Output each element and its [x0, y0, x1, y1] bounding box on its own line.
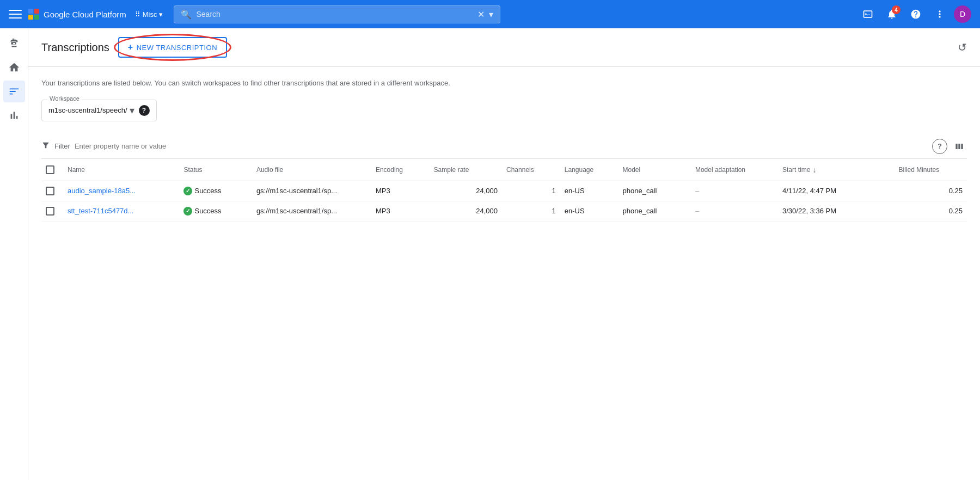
row-starttime-cell: 4/11/22, 4:47 PM	[778, 181, 894, 201]
th-sample-rate: Sample rate	[430, 159, 502, 181]
cloud-shell-button[interactable]	[858, 4, 878, 24]
th-status: Status	[179, 159, 252, 181]
app-logo: Google Cloud Platform	[28, 9, 126, 20]
select-all-checkbox[interactable]	[46, 165, 54, 174]
notifications-badge: 4	[892, 5, 901, 14]
workspace-selector[interactable]: m1sc-uscentral1/speech/ ▾	[48, 104, 134, 116]
page-title: Transcriptions	[41, 41, 109, 54]
row-sample-cell: 24,000	[430, 201, 502, 221]
th-audio-label: Audio file	[256, 166, 283, 174]
th-language: Language	[560, 159, 618, 181]
adaptation-dash: –	[695, 207, 699, 215]
row-status-cell: Success	[179, 201, 252, 221]
th-start-time[interactable]: Start time ↓	[778, 159, 894, 181]
row-name-link[interactable]: audio_sample-18a5...	[68, 187, 136, 195]
search-input[interactable]: speech	[196, 10, 473, 19]
th-encoding-label: Encoding	[376, 166, 403, 174]
sidebar-item-transcriptions[interactable]	[3, 81, 25, 102]
more-options-button[interactable]	[930, 4, 950, 24]
th-model: Model	[618, 159, 691, 181]
plus-icon: +	[128, 42, 133, 52]
th-channels: Channels	[502, 159, 560, 181]
filter-actions: ?	[932, 139, 967, 154]
transcriptions-table: Name Status Audio file Encoding Sample r…	[41, 159, 967, 221]
project-dropdown-icon: ▾	[159, 10, 163, 19]
row-starttime-cell: 3/30/22, 3:36 PM	[778, 201, 894, 221]
help-button[interactable]	[906, 4, 926, 24]
table-row: stt_test-711c5477d... Success gs://m1sc-…	[41, 201, 967, 221]
row-checkbox[interactable]	[46, 187, 54, 195]
search-expand-icon[interactable]: ▾	[489, 9, 493, 20]
workspace-dropdown-icon[interactable]: ▾	[130, 104, 134, 116]
sidebar-item-analytics[interactable]	[3, 104, 25, 126]
row-status-cell: Success	[179, 181, 252, 201]
search-clear-icon[interactable]: ✕	[477, 9, 485, 20]
project-selector[interactable]: ⠿ Misc ▾	[135, 10, 163, 19]
logo-icon	[28, 9, 39, 20]
filter-icon	[41, 141, 50, 152]
sidebar	[0, 28, 28, 480]
status-label: Success	[194, 207, 221, 215]
th-model-label: Model	[623, 166, 641, 174]
row-audio-cell: gs://m1sc-uscentral1/sp...	[252, 201, 371, 221]
search-bar[interactable]: 🔍 speech ✕ ▾	[174, 5, 500, 23]
row-encoding-cell: MP3	[371, 201, 430, 221]
new-transcription-button[interactable]: + NEW TRANSCRIPTION	[118, 37, 227, 58]
th-billed-label: Billed Minutes	[899, 166, 940, 174]
notifications-button[interactable]: 4	[882, 4, 902, 24]
new-transcription-label: NEW TRANSCRIPTION	[137, 44, 217, 52]
page-content: Your transcriptions are listed below. Yo…	[28, 67, 980, 232]
row-adaptation-cell: –	[691, 181, 778, 201]
status-label: Success	[194, 187, 221, 195]
columns-toggle-button[interactable]	[952, 139, 967, 154]
row-checkbox-cell[interactable]	[41, 181, 63, 201]
row-name-cell: stt_test-711c5477d...	[63, 201, 179, 221]
hamburger-menu[interactable]	[9, 8, 22, 21]
th-sort-start-time[interactable]: Start time ↓	[782, 165, 890, 174]
th-name: Name	[63, 159, 179, 181]
page-header: Transcriptions + NEW TRANSCRIPTION ↺	[28, 28, 980, 67]
table-row: audio_sample-18a5... Success gs://m1sc-u…	[41, 181, 967, 201]
adaptation-dash: –	[695, 187, 699, 195]
filter-label: Filter	[54, 142, 70, 150]
workspace-value: m1sc-uscentral1/speech/	[48, 106, 127, 114]
status-success-icon	[183, 187, 192, 195]
row-model-cell: phone_call	[618, 181, 691, 201]
filter-input[interactable]	[75, 142, 928, 150]
row-sample-cell: 24,000	[430, 181, 502, 201]
refresh-icon[interactable]: ↺	[958, 41, 967, 53]
user-avatar[interactable]: D	[954, 5, 971, 23]
row-checkbox-cell[interactable]	[41, 201, 63, 221]
th-encoding: Encoding	[371, 159, 430, 181]
main-content: Transcriptions + NEW TRANSCRIPTION ↺ You…	[28, 28, 980, 480]
nav-right-actions: 4 D	[858, 4, 971, 24]
app-title: Google Cloud Platform	[44, 10, 126, 19]
row-language-cell: en-US	[560, 201, 618, 221]
row-billed-cell: 0.25	[895, 181, 967, 201]
th-starttime-label: Start time	[782, 166, 810, 174]
filter-help-button[interactable]: ?	[932, 139, 947, 154]
row-channels-cell: 1	[502, 201, 560, 221]
row-encoding-cell: MP3	[371, 181, 430, 201]
workspace-help-button[interactable]: ?	[139, 105, 150, 116]
row-checkbox[interactable]	[46, 207, 54, 216]
th-audio-file: Audio file	[252, 159, 371, 181]
status-success-icon	[183, 207, 192, 216]
th-select-all[interactable]	[41, 159, 63, 181]
th-sample-label: Sample rate	[434, 166, 469, 174]
row-language-cell: en-US	[560, 181, 618, 201]
th-language-label: Language	[565, 166, 593, 174]
row-billed-cell: 0.25	[895, 201, 967, 221]
sidebar-item-audio[interactable]	[3, 33, 25, 54]
filter-bar: Filter ?	[41, 134, 967, 159]
row-name-cell: audio_sample-18a5...	[63, 181, 179, 201]
header-right: ↺	[958, 41, 967, 54]
row-name-link[interactable]: stt_test-711c5477d...	[68, 207, 133, 215]
workspace-label: Workspace	[47, 95, 82, 102]
workspace-section: Workspace m1sc-uscentral1/speech/ ▾ ?	[41, 100, 157, 121]
status-success: Success	[183, 187, 247, 195]
sidebar-item-home[interactable]	[3, 57, 25, 78]
status-success: Success	[183, 207, 247, 216]
th-adaptation-label: Model adaptation	[695, 166, 745, 174]
row-channels-cell: 1	[502, 181, 560, 201]
